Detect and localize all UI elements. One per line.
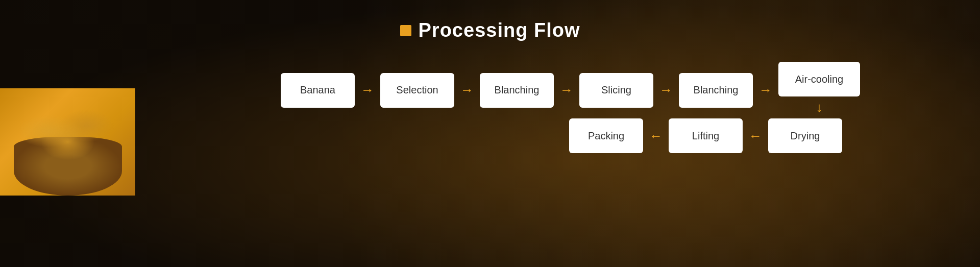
flow-diagram: Banana → Selection → Blanching → Slicing… bbox=[281, 62, 842, 153]
flow-box-selection: Selection bbox=[380, 73, 454, 108]
page-title: Processing Flow bbox=[419, 19, 580, 41]
flow-box-blanching2: Blanching bbox=[679, 73, 753, 108]
flow-row-2: Packing ← Lifting ← Drying bbox=[281, 118, 842, 153]
flow-box-drying: Drying bbox=[768, 118, 842, 153]
flow-box-blanching1: Blanching bbox=[480, 73, 554, 108]
arrow-right-3: → bbox=[560, 82, 573, 98]
arrow-right-1: → bbox=[361, 82, 374, 98]
arrow-right-2: → bbox=[460, 82, 474, 98]
flow-box-banana: Banana bbox=[281, 73, 355, 108]
flow-box-packing: Packing bbox=[569, 118, 643, 153]
main-content: Processing Flow Banana → Selection → Bla… bbox=[0, 0, 980, 153]
air-cooling-connector: Air-cooling ↓ bbox=[778, 62, 860, 118]
title-row: Processing Flow bbox=[400, 19, 580, 41]
flow-row-1: Banana → Selection → Blanching → Slicing… bbox=[281, 62, 842, 118]
arrow-right-4: → bbox=[659, 82, 673, 98]
arrow-left-2: ← bbox=[749, 128, 762, 144]
arrow-left-1: ← bbox=[649, 128, 663, 144]
flow-box-slicing: Slicing bbox=[579, 73, 653, 108]
flow-box-air-cooling: Air-cooling bbox=[778, 62, 860, 96]
arrow-down-1: ↓ bbox=[816, 100, 823, 115]
flow-box-lifting: Lifting bbox=[669, 118, 743, 153]
arrow-right-5: → bbox=[759, 82, 772, 98]
title-icon bbox=[400, 25, 411, 36]
flow-row-2-inner: Packing ← Lifting ← Drying bbox=[569, 118, 842, 153]
